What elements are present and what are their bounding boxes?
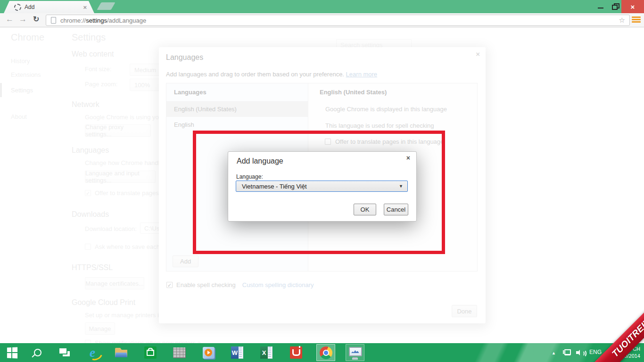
keyboard-language-indicator[interactable]: ENG (589, 349, 602, 355)
tab-close-icon[interactable]: × (83, 4, 87, 11)
bookmark-star-icon[interactable]: ☆ (619, 16, 625, 25)
language-select-value: Vietnamese - Tiếng Việt (242, 183, 399, 190)
search-icon[interactable] (32, 346, 44, 359)
taskbar: e W X ▲ ENG CH (0, 343, 644, 362)
restore-button[interactable] (608, 0, 621, 13)
browser-toolbar: ← → ↻ chrome://settings/addLanguage ☆ (0, 13, 644, 27)
reload-icon[interactable]: ↻ (33, 15, 39, 24)
modal-close-icon[interactable]: × (406, 154, 410, 162)
add-language-title: Add language (237, 157, 283, 165)
chevron-down-icon: ▼ (399, 184, 403, 189)
browser-tab[interactable]: Add × (4, 1, 94, 13)
new-tab-button[interactable] (97, 2, 115, 10)
page-icon (51, 17, 56, 24)
volume-tray-icon[interactable] (576, 349, 585, 356)
chrome-menu-icon[interactable] (632, 16, 641, 24)
window-controls: × (594, 0, 644, 13)
windows-store-icon[interactable] (144, 346, 157, 359)
start-button-icon[interactable] (6, 346, 18, 359)
file-explorer-icon[interactable] (115, 346, 127, 359)
url-text: chrome://settings/addLanguage (60, 17, 146, 24)
media-player-icon[interactable] (202, 346, 215, 359)
language-field-label: Language: (236, 173, 263, 180)
excel-icon[interactable]: X (260, 346, 272, 359)
network-tray-icon[interactable] (563, 349, 571, 355)
bricks-app-icon[interactable] (173, 346, 185, 359)
word-icon[interactable]: W (231, 346, 243, 359)
minimize-button[interactable] (594, 0, 608, 13)
close-window-button[interactable]: × (621, 0, 644, 13)
red-app-icon[interactable] (290, 346, 302, 359)
settings-gear-favicon-icon (14, 4, 21, 11)
forward-icon[interactable]: → (19, 15, 27, 24)
ok-button[interactable]: OK (354, 204, 376, 215)
back-icon[interactable]: ← (6, 15, 14, 24)
language-select[interactable]: Vietnamese - Tiếng Việt ▼ (236, 181, 408, 192)
system-monitor-icon[interactable] (346, 344, 364, 361)
browser-tab-bar: Add × × (0, 0, 644, 13)
task-view-icon[interactable] (58, 346, 71, 359)
add-language-dialog: × Add language Language: Vietnamese - Ti… (228, 151, 417, 222)
address-bar[interactable]: chrome://settings/addLanguage ☆ (46, 15, 630, 26)
page-content: Chrome History Extensions Settings About… (0, 27, 644, 343)
chrome-taskbar-icon[interactable] (316, 344, 335, 361)
internet-explorer-icon[interactable]: e (86, 346, 99, 359)
tab-title: Add (25, 4, 83, 10)
screen: Add × × ← → ↻ chrome://settings/addLangu… (0, 0, 644, 362)
cancel-button[interactable]: Cancel (384, 204, 408, 215)
hidden-icons-arrow-icon[interactable]: ▲ (552, 351, 556, 355)
